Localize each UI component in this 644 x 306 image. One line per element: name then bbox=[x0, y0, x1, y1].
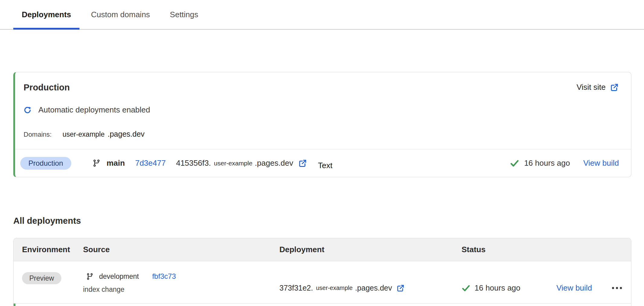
deployment-time: 16 hours ago bbox=[524, 158, 570, 168]
tab-bar: Deployments Custom domains Settings bbox=[0, 0, 644, 30]
check-icon bbox=[462, 284, 470, 292]
domains-row: Domains: user-example .pages.dev bbox=[24, 130, 631, 138]
production-card-title: Production bbox=[24, 83, 70, 93]
source-cell: development fbf3c73 index change bbox=[83, 272, 279, 303]
production-row-status: 16 hours ago View build bbox=[510, 158, 619, 168]
commit-message: index change bbox=[83, 285, 279, 294]
domain-user: user-example bbox=[63, 130, 105, 138]
environment-cell: Preview bbox=[22, 272, 83, 303]
domain-suffix: .pages.dev bbox=[108, 130, 144, 138]
environment-badge: Production bbox=[20, 157, 71, 170]
deployment-url-hash: 415356f3. bbox=[176, 158, 211, 168]
production-card-header: Production Visit site bbox=[15, 72, 631, 93]
deployments-table: Environment Source Deployment Status Pre… bbox=[13, 238, 631, 306]
git-branch-icon bbox=[86, 273, 94, 280]
view-build-link[interactable]: View build bbox=[556, 283, 592, 293]
deployment-url-user: user-example bbox=[316, 285, 353, 291]
table-header: Environment Source Deployment Status bbox=[14, 238, 631, 261]
automatic-deployments-text: Automatic deployments enabled bbox=[38, 105, 150, 115]
deployment-url-user: user-example bbox=[214, 160, 252, 167]
deployment-url-hash: 373f31e2. bbox=[279, 284, 313, 292]
column-deployment: Deployment bbox=[279, 245, 462, 254]
deployment-cell: 373f31e2. user-example .pages.dev bbox=[279, 273, 462, 303]
external-link-icon bbox=[610, 83, 619, 92]
domains-label: Domains: bbox=[24, 131, 52, 138]
tab-custom-domains[interactable]: Custom domains bbox=[82, 0, 158, 29]
text-annotation: Text bbox=[318, 161, 333, 170]
git-branch-icon bbox=[92, 159, 101, 167]
check-icon bbox=[510, 158, 519, 168]
production-deployment-row: Production main 7d3e477 415356f3. user-e… bbox=[15, 149, 631, 177]
refresh-icon bbox=[23, 106, 32, 114]
status-cell: 16 hours ago View build bbox=[462, 273, 623, 303]
view-build-link[interactable]: View build bbox=[583, 158, 619, 168]
tab-deployments[interactable]: Deployments bbox=[13, 0, 79, 29]
tab-settings[interactable]: Settings bbox=[161, 0, 207, 29]
next-row-peek bbox=[14, 304, 631, 306]
automatic-deployments-row: Automatic deployments enabled bbox=[23, 105, 631, 115]
environment-badge: Preview bbox=[22, 272, 61, 284]
visit-site-label: Visit site bbox=[577, 83, 606, 92]
table-row: Preview development fbf3c73 index change… bbox=[14, 261, 631, 304]
branch-name: development bbox=[99, 272, 139, 281]
external-link-icon[interactable] bbox=[396, 284, 405, 292]
external-link-icon[interactable] bbox=[298, 159, 307, 168]
all-deployments-title: All deployments bbox=[13, 216, 81, 226]
deployment-url-suffix: .pages.dev bbox=[355, 284, 392, 292]
more-options-icon[interactable] bbox=[611, 285, 623, 291]
commit-link[interactable]: fbf3c73 bbox=[152, 272, 176, 281]
visit-site-link[interactable]: Visit site bbox=[577, 83, 619, 92]
column-environment: Environment bbox=[22, 245, 83, 254]
branch-name: main bbox=[107, 158, 125, 168]
column-status: Status bbox=[462, 245, 623, 254]
column-source: Source bbox=[83, 245, 279, 254]
deployment-url-suffix: .pages.dev bbox=[255, 158, 293, 168]
commit-link[interactable]: 7d3e477 bbox=[135, 158, 166, 168]
production-card: Production Visit site Automatic deployme… bbox=[13, 72, 631, 177]
deployment-time: 16 hours ago bbox=[475, 283, 520, 293]
